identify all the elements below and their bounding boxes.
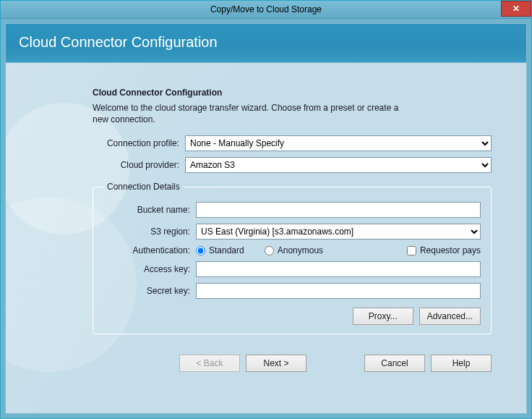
back-button: < Back (179, 355, 240, 372)
help-button[interactable]: Help (431, 355, 492, 372)
details-button-row: Proxy... Advanced... (103, 308, 481, 325)
client-area: Cloud Connector Configuration Cloud Conn… (5, 23, 527, 414)
access-key-input[interactable] (196, 261, 481, 277)
advanced-button[interactable]: Advanced... (419, 308, 481, 325)
s3-region-select[interactable]: US East (Virginia) [s3.amazonaws.com] (196, 224, 481, 240)
banner: Cloud Connector Configuration (6, 24, 526, 63)
auth-standard-option[interactable]: Standard (196, 245, 244, 255)
access-key-label: Access key: (103, 264, 196, 274)
button-spacer (312, 355, 359, 372)
s3-region-label: S3 region: (103, 227, 196, 237)
proxy-button[interactable]: Proxy... (353, 308, 413, 325)
row-authentication: Authentication: Standard Anonymous Re (103, 245, 481, 255)
wizard-buttons: < Back Next > Cancel Help (93, 355, 492, 372)
requestor-pays-option[interactable]: Requestor pays (407, 245, 481, 255)
page-intro: Welcome to the cloud storage transfer wi… (93, 102, 411, 125)
row-cloud-provider: Cloud provider: Amazon S3 (93, 157, 492, 173)
close-button[interactable]: ✕ (501, 1, 531, 17)
row-connection-profile: Connection profile: None - Manually Spec… (93, 135, 492, 151)
connection-profile-label: Connection profile: (93, 138, 185, 148)
bucket-name-label: Bucket name: (103, 205, 196, 215)
cloud-provider-select[interactable]: Amazon S3 (185, 157, 492, 173)
banner-title: Cloud Connector Configuration (19, 34, 218, 50)
close-icon: ✕ (512, 4, 520, 14)
secret-key-label: Secret key: (103, 286, 196, 296)
dialog-window: Copy/Move to Cloud Storage ✕ Cloud Conne… (0, 0, 532, 419)
auth-anonymous-option[interactable]: Anonymous (265, 245, 323, 255)
cloud-provider-label: Cloud provider: (93, 160, 185, 170)
auth-standard-radio[interactable] (196, 246, 205, 255)
row-bucket-name: Bucket name: (103, 202, 481, 218)
requestor-pays-label: Requestor pays (420, 245, 481, 255)
auth-anonymous-radio[interactable] (265, 246, 274, 255)
content: Cloud Connector Configuration Welcome to… (6, 63, 526, 413)
connection-details-legend: Connection Details (103, 182, 184, 192)
row-secret-key: Secret key: (103, 283, 481, 299)
row-access-key: Access key: (103, 261, 481, 277)
next-button[interactable]: Next > (246, 355, 306, 372)
authentication-options: Standard Anonymous Requestor pays (196, 245, 481, 255)
connection-profile-select[interactable]: None - Manually Specify (185, 135, 492, 151)
auth-standard-label: Standard (209, 245, 244, 255)
connection-details-group: Connection Details Bucket name: S3 regio… (93, 182, 492, 334)
auth-anonymous-label: Anonymous (278, 245, 323, 255)
page-heading: Cloud Connector Configuration (93, 88, 492, 98)
window-title: Copy/Move to Cloud Storage (210, 4, 322, 14)
bucket-name-input[interactable] (196, 202, 481, 218)
secret-key-input[interactable] (196, 283, 481, 299)
requestor-pays-checkbox[interactable] (407, 246, 416, 255)
cancel-button[interactable]: Cancel (364, 355, 425, 372)
authentication-label: Authentication: (103, 245, 196, 255)
row-s3-region: S3 region: US East (Virginia) [s3.amazon… (103, 224, 481, 240)
titlebar: Copy/Move to Cloud Storage ✕ (1, 1, 531, 19)
